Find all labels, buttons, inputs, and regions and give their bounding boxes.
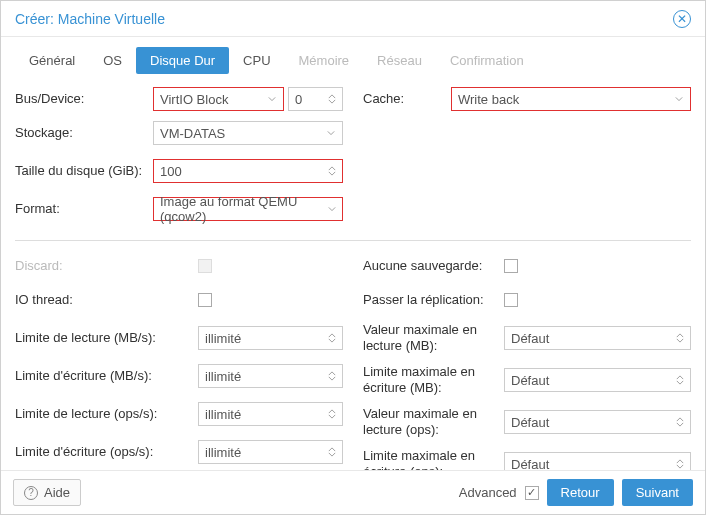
- read-max-ops-value: Défaut: [511, 415, 549, 430]
- spinner-buttons-icon: [676, 333, 684, 343]
- write-limit-ops-spinner[interactable]: illimité: [198, 440, 343, 464]
- back-button[interactable]: Retour: [547, 479, 614, 506]
- cache-value: Write back: [458, 92, 519, 107]
- spinner-buttons-icon: [328, 409, 336, 419]
- label-discard: Discard:: [15, 258, 190, 274]
- read-limit-ops-spinner[interactable]: illimité: [198, 402, 343, 426]
- label-no-backup: Aucune sauvegarde:: [363, 258, 496, 274]
- spinner-buttons-icon: [676, 417, 684, 427]
- chevron-down-icon: [674, 94, 684, 104]
- tab-bar: Général OS Disque Dur CPU Mémoire Réseau…: [1, 37, 705, 84]
- spinner-buttons-icon: [328, 371, 336, 381]
- read-limit-mbs-value: illimité: [205, 331, 241, 346]
- label-cache: Cache:: [363, 91, 443, 107]
- spinner-buttons-icon: [328, 166, 336, 176]
- cache-select[interactable]: Write back: [451, 87, 691, 111]
- chevron-down-icon: [326, 128, 336, 138]
- label-write-max-mb: Limite maximale en écriture (MB):: [363, 364, 496, 395]
- label-bus-device: Bus/Device:: [15, 91, 145, 107]
- write-max-mb-value: Défaut: [511, 373, 549, 388]
- read-max-mb-spinner[interactable]: Défaut: [504, 326, 691, 350]
- label-read-limit-mbs: Limite de lecture (MB/s):: [15, 330, 190, 346]
- discard-checkbox: [198, 259, 212, 273]
- read-limit-ops-value: illimité: [205, 407, 241, 422]
- label-io-thread: IO thread:: [15, 292, 190, 308]
- help-label: Aide: [44, 485, 70, 500]
- device-index-spinner[interactable]: 0: [288, 87, 343, 111]
- chevron-down-icon: [327, 204, 336, 214]
- skip-replication-checkbox[interactable]: [504, 293, 518, 307]
- read-max-mb-value: Défaut: [511, 331, 549, 346]
- write-limit-mbs-value: illimité: [205, 369, 241, 384]
- dialog-title: Créer: Machine Virtuelle: [15, 11, 165, 27]
- bus-device-select[interactable]: VirtIO Block: [153, 87, 284, 111]
- advanced-label: Advanced: [459, 485, 517, 500]
- write-limit-mbs-spinner[interactable]: illimité: [198, 364, 343, 388]
- tab-memory: Mémoire: [285, 47, 364, 74]
- label-write-limit-ops: Limite d'écriture (ops/s):: [15, 444, 190, 460]
- format-select[interactable]: Image au format QEMU (qcow2): [153, 197, 343, 221]
- bus-device-value: VirtIO Block: [160, 92, 228, 107]
- label-skip-replication: Passer la réplication:: [363, 292, 496, 308]
- label-write-limit-mbs: Limite d'écriture (MB/s):: [15, 368, 190, 384]
- spinner-buttons-icon: [328, 94, 336, 104]
- help-icon: ?: [24, 486, 38, 500]
- format-value: Image au format QEMU (qcow2): [160, 194, 327, 224]
- io-thread-checkbox[interactable]: [198, 293, 212, 307]
- spinner-buttons-icon: [328, 333, 336, 343]
- label-read-limit-ops: Limite de lecture (ops/s):: [15, 406, 190, 422]
- label-format: Format:: [15, 201, 145, 217]
- disk-size-spinner[interactable]: 100: [153, 159, 343, 183]
- tab-general[interactable]: Général: [15, 47, 89, 74]
- help-button[interactable]: ? Aide: [13, 479, 81, 506]
- storage-select[interactable]: VM-DATAS: [153, 121, 343, 145]
- tab-os[interactable]: OS: [89, 47, 136, 74]
- read-limit-mbs-spinner[interactable]: illimité: [198, 326, 343, 350]
- disk-size-value: 100: [160, 164, 182, 179]
- no-backup-checkbox[interactable]: [504, 259, 518, 273]
- advanced-checkbox[interactable]: [525, 486, 539, 500]
- device-index-value: 0: [295, 92, 302, 107]
- write-max-mb-spinner[interactable]: Défaut: [504, 368, 691, 392]
- label-disk-size: Taille du disque (GiB):: [15, 163, 145, 179]
- tab-disk[interactable]: Disque Dur: [136, 47, 229, 74]
- chevron-down-icon: [267, 94, 277, 104]
- close-icon[interactable]: ✕: [673, 10, 691, 28]
- spinner-buttons-icon: [676, 459, 684, 469]
- write-limit-ops-value: illimité: [205, 445, 241, 460]
- tab-cpu[interactable]: CPU: [229, 47, 284, 74]
- label-read-max-ops: Valeur maximale en lecture (ops):: [363, 406, 496, 437]
- storage-value: VM-DATAS: [160, 126, 225, 141]
- read-max-ops-spinner[interactable]: Défaut: [504, 410, 691, 434]
- tab-confirm: Confirmation: [436, 47, 538, 74]
- separator: [15, 240, 691, 241]
- spinner-buttons-icon: [328, 447, 336, 457]
- label-read-max-mb: Valeur maximale en lecture (MB):: [363, 322, 496, 353]
- spinner-buttons-icon: [676, 375, 684, 385]
- label-storage: Stockage:: [15, 125, 145, 141]
- next-button[interactable]: Suivant: [622, 479, 693, 506]
- tab-network: Réseau: [363, 47, 436, 74]
